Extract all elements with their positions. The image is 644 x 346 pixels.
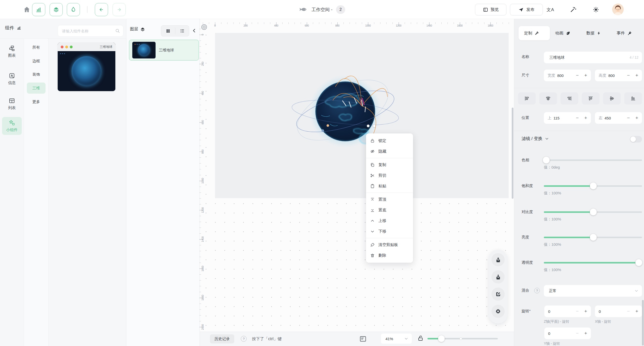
filter-transform-section[interactable]: 滤镜 / 变换 — [522, 136, 549, 141]
saturation-slider[interactable] — [544, 185, 642, 187]
sidebar-item-info[interactable]: 信息 — [2, 70, 22, 88]
magic-wand-button[interactable] — [569, 6, 577, 14]
blend-mode-select[interactable]: 正常 — [544, 285, 642, 297]
name-input[interactable] — [549, 55, 630, 60]
redo-button[interactable] — [113, 3, 126, 16]
drop-tool-button[interactable] — [67, 3, 80, 16]
align-middle-vertical-button[interactable] — [603, 92, 621, 105]
category-decoration[interactable]: 装饰 — [27, 69, 46, 80]
import-button[interactable] — [491, 270, 505, 283]
filter-toggle[interactable] — [630, 136, 642, 143]
category-all[interactable]: 所有 — [27, 42, 46, 53]
preview-button[interactable]: 预览 — [475, 4, 506, 15]
publish-button[interactable]: 发布 — [510, 4, 543, 15]
opacity-slider[interactable] — [544, 262, 642, 263]
tab-customize[interactable]: 定制 — [524, 26, 539, 40]
minus-button[interactable]: − — [627, 73, 630, 78]
collapse-panel-button[interactable] — [191, 28, 197, 33]
sidebar-item-widgets[interactable]: 小组件 — [2, 117, 22, 135]
user-avatar[interactable] — [612, 4, 624, 15]
zoom-level-select[interactable]: 41% — [381, 334, 412, 344]
theme-brightness-button[interactable] — [592, 6, 600, 14]
context-menu-item-hide[interactable]: 隐藏 — [366, 146, 413, 157]
plus-button[interactable]: + — [584, 115, 587, 121]
plus-button[interactable]: + — [584, 331, 587, 336]
workspace-badge[interactable]: 2 — [336, 5, 345, 14]
notes-button[interactable] — [359, 335, 367, 343]
undo-button[interactable] — [95, 3, 108, 16]
context-menu-item-cut[interactable]: 剪切 — [366, 170, 413, 181]
contrast-slider[interactable] — [544, 211, 642, 213]
opacity-slider-thumb[interactable] — [635, 259, 642, 266]
chart-tool-button[interactable] — [32, 3, 45, 16]
context-menu-item-copy[interactable]: 复制 — [366, 159, 413, 170]
context-menu-item-bring-to-front[interactable]: 置顶 — [366, 194, 413, 205]
blend-help-icon[interactable]: ? — [534, 288, 540, 293]
minus-button[interactable]: − — [627, 115, 630, 121]
context-menu-item-delete[interactable]: 删除 — [366, 250, 413, 261]
plus-button[interactable]: + — [584, 73, 587, 78]
hue-slider-thumb[interactable] — [543, 157, 550, 164]
canvas-vertical-scrollbar[interactable] — [512, 108, 513, 199]
home-button[interactable] — [22, 5, 31, 14]
context-menu-item-send-to-back[interactable]: 置底 — [366, 205, 413, 215]
rotation-z-value[interactable]: 0 — [548, 309, 550, 314]
align-center-horizontal-button[interactable] — [539, 92, 557, 105]
hue-slider[interactable] — [544, 159, 642, 161]
rotation-x-value[interactable]: 0 — [599, 309, 601, 314]
export-button[interactable] — [491, 253, 505, 266]
sidebar-item-list[interactable]: 列表 — [2, 95, 22, 113]
align-right-button[interactable] — [561, 92, 578, 105]
rotation-y-value[interactable]: 0 — [548, 331, 550, 336]
tab-events[interactable]: 事件 — [617, 26, 632, 40]
align-bottom-button[interactable] — [624, 92, 642, 105]
layer-item-3d-earth[interactable]: 三维地球 — [129, 40, 199, 60]
position-left-value[interactable]: 450 — [605, 116, 611, 120]
category-border[interactable]: 边框 — [27, 55, 46, 67]
list-view-button[interactable] — [175, 26, 189, 36]
brightness-slider[interactable] — [544, 237, 642, 238]
brightness-slider-thumb[interactable] — [590, 234, 597, 241]
resize-handle[interactable] — [367, 125, 370, 127]
plus-button[interactable]: + — [635, 115, 638, 121]
panel-scrollbar[interactable] — [642, 300, 644, 345]
plus-button[interactable]: + — [635, 73, 638, 78]
settings-button[interactable] — [491, 305, 505, 318]
ruler-origin-crosshair-icon[interactable] — [200, 23, 208, 31]
minus-button[interactable]: − — [576, 309, 579, 314]
edit-button[interactable] — [491, 288, 505, 301]
position-top-value[interactable]: 115 — [553, 116, 560, 120]
layers-tool-button[interactable] — [50, 3, 63, 16]
zoom-slider[interactable] — [427, 338, 498, 339]
minus-button[interactable]: − — [576, 115, 579, 121]
plus-button[interactable]: + — [635, 309, 638, 314]
context-menu-item-lock[interactable]: 锁定 — [366, 135, 413, 146]
height-value[interactable]: 800 — [608, 73, 615, 78]
saturation-slider-thumb[interactable] — [590, 182, 597, 189]
minus-button[interactable]: − — [576, 73, 579, 78]
category-more[interactable]: 更多 — [27, 96, 46, 107]
context-menu-item-paste[interactable]: 粘贴 — [366, 181, 413, 191]
contrast-slider-thumb[interactable] — [590, 209, 597, 215]
tab-animation[interactable]: 动画 — [555, 26, 570, 40]
history-button[interactable]: 历史记录 — [210, 334, 234, 343]
plus-button[interactable]: + — [584, 309, 587, 314]
width-value[interactable]: 800 — [557, 73, 564, 78]
zoom-slider-thumb[interactable] — [438, 335, 445, 342]
grid-view-button[interactable] — [161, 26, 175, 36]
translate-button[interactable]: 文A — [546, 6, 554, 14]
search-input[interactable] — [58, 25, 123, 37]
zoom-lock-button[interactable] — [417, 335, 424, 342]
minus-button[interactable]: − — [627, 309, 630, 314]
tab-data[interactable]: 数据 — [586, 26, 601, 40]
component-card-3d-earth[interactable]: 三维地球 — [58, 43, 115, 91]
sidebar-item-charts[interactable]: 图表 — [2, 43, 22, 60]
align-left-button[interactable] — [518, 92, 536, 105]
context-menu-item-move-up[interactable]: 上移 — [366, 215, 413, 226]
minus-button[interactable]: − — [576, 331, 579, 336]
resize-handle[interactable] — [373, 125, 376, 127]
align-top-button[interactable] — [582, 92, 599, 105]
context-menu-item-move-down[interactable]: 下移 — [366, 226, 413, 237]
category-3d[interactable]: 三维 — [27, 83, 46, 94]
context-menu-item-clear-clipboard[interactable]: 清空剪贴板 — [366, 239, 413, 250]
